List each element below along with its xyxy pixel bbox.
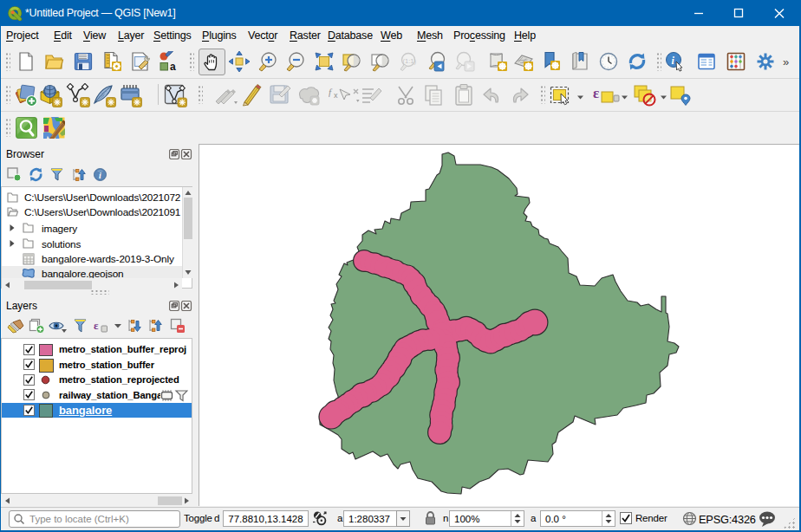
svg-text:i: i <box>99 171 101 180</box>
svg-text:ε: ε <box>593 85 599 101</box>
svg-text:(1:1): (1:1) <box>403 57 417 65</box>
svg-text:a: a <box>170 61 176 72</box>
svg-text:x: x <box>334 91 338 100</box>
svg-text:f: f <box>329 87 333 97</box>
svg-text:ε: ε <box>94 319 99 332</box>
